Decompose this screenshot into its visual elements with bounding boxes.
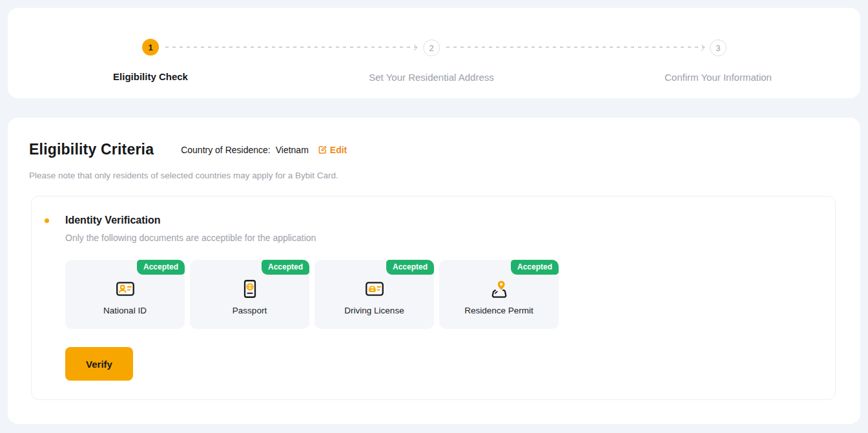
document-label: Residence Permit <box>464 306 533 315</box>
header-row: Eligibility Criteria Country of Residenc… <box>29 141 347 158</box>
stepper-card: 1 Eligibility Check 2 Set Your Residenti… <box>8 8 860 98</box>
accepted-badge: Accepted <box>511 260 559 275</box>
edit-label: Edit <box>330 145 347 155</box>
bullet-dot-icon <box>45 218 49 223</box>
section-title: Identity Verification <box>65 215 161 226</box>
country-label: Country of Residence: <box>181 145 271 155</box>
document-card-driving-license[interactable]: Accepted Driving License <box>315 260 434 329</box>
step-label: Eligibility Check <box>113 71 188 82</box>
edit-pencil-icon <box>318 145 327 154</box>
document-card-passport[interactable]: Accepted Passport <box>190 260 309 329</box>
document-label: Driving License <box>344 306 404 315</box>
accepted-badge: Accepted <box>137 260 185 275</box>
identity-verification-box: Identity Verification Only the following… <box>31 196 836 400</box>
country-of-residence: Country of Residence: Vietnam Edit <box>181 145 347 155</box>
document-card-residence-permit[interactable]: Accepted Residence Permit <box>439 260 559 329</box>
document-list: Accepted National ID Accepted <box>65 260 559 329</box>
passport-icon <box>239 278 261 300</box>
section-subtitle: Only the following documents are accepti… <box>65 233 316 243</box>
residency-note: Please note that only residents of selec… <box>29 171 338 180</box>
step-confirm-information: 3 Confirm Your Information <box>665 39 772 83</box>
residence-permit-icon <box>488 278 510 300</box>
step-eligibility-check: 1 Eligibility Check <box>113 39 188 82</box>
accepted-badge: Accepted <box>262 260 309 275</box>
section-title-row: Identity Verification <box>45 215 161 226</box>
step-label: Confirm Your Information <box>665 72 772 83</box>
document-label: National ID <box>103 306 147 315</box>
eligibility-criteria-card: Eligibility Criteria Country of Residenc… <box>8 118 860 424</box>
document-card-national-id[interactable]: Accepted National ID <box>65 260 185 329</box>
national-id-icon <box>114 278 136 300</box>
accepted-badge: Accepted <box>386 260 434 275</box>
verify-button[interactable]: Verify <box>65 347 133 381</box>
step-number-badge: 2 <box>423 39 440 56</box>
step-number-badge: 1 <box>142 39 159 56</box>
step-number-badge: 3 <box>710 39 727 56</box>
document-label: Passport <box>232 306 267 315</box>
country-value: Vietnam <box>276 145 309 155</box>
driving-license-icon <box>364 278 386 300</box>
page-title: Eligibility Criteria <box>29 141 154 158</box>
step-label: Set Your Residential Address <box>369 72 493 83</box>
edit-country-button[interactable]: Edit <box>318 145 347 155</box>
